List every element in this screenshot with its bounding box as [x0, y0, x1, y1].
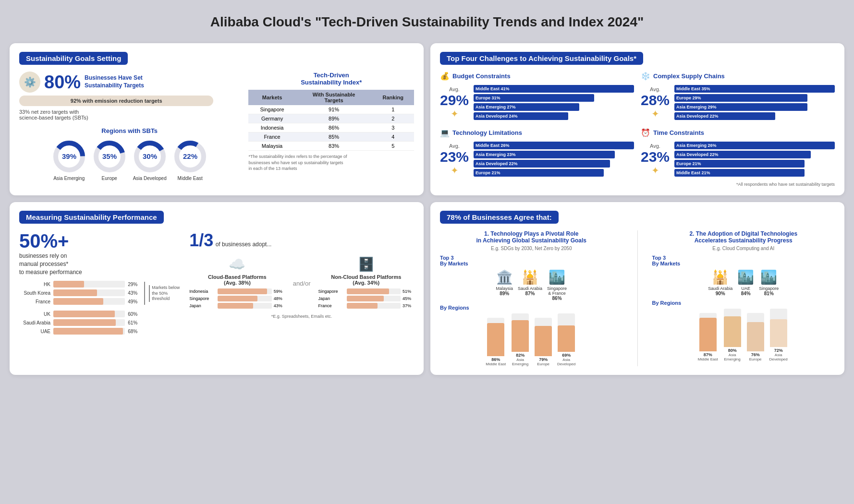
- mosque-icon: 🕌: [518, 269, 542, 285]
- big-label: Businesses Have SetSustainability Target…: [85, 74, 144, 89]
- region-asia-emerging2: 80% Asia Emerging: [722, 309, 743, 361]
- region-val: 76%: [751, 352, 760, 357]
- p-val: 43%: [274, 303, 285, 308]
- platform-bar-singapore: Singapore 48%: [189, 296, 285, 301]
- p-val: 48%: [274, 296, 285, 301]
- cbar-fill4: Asia Emerging 26%: [674, 142, 835, 149]
- challenge-tech-title: Technology Limitations: [452, 129, 522, 136]
- hbar-country: HK: [19, 282, 50, 287]
- col-markets: Markets: [248, 90, 295, 105]
- region-val: 82%: [516, 353, 525, 358]
- challenge-supply-body: Avg. 28% ✦ Middle East 35% Europe 29% As…: [641, 84, 835, 121]
- market-val: 90%: [708, 291, 732, 296]
- top3-label2: Top 3By Markets: [652, 255, 835, 266]
- server-icon: 🗄️: [318, 256, 414, 272]
- platform-bar-sg2: Singapore 51%: [318, 288, 414, 294]
- market-val: 87%: [518, 291, 542, 296]
- region-asia-developed: 69% Asia Developed: [556, 313, 577, 366]
- index-note: *The sustainability index refers to the …: [248, 154, 414, 172]
- p-val: 37%: [403, 303, 414, 308]
- hbar-uk: UK 60%: [19, 311, 142, 317]
- cbar-ad2: Asia Developed 22%: [674, 112, 835, 120]
- region-val: 80%: [728, 348, 737, 353]
- avg-label2: Avg.: [641, 86, 670, 92]
- region-europe2: 76% Europe: [747, 313, 764, 361]
- platform-note: *E.g. Spreadsheets, Emails etc.: [189, 314, 414, 319]
- challenge-supply-header: ❄️ Complex Supply Chains: [641, 72, 835, 81]
- challenge-time-bars: Asia Emerging 26% Asia Developed 22% Eur…: [674, 141, 835, 178]
- donut-row: 39% Asia Emerging 35% Europe: [19, 139, 240, 181]
- challenge-budget: 💰 Budget Constraints Avg. 29% ✦ Middle E…: [440, 72, 634, 121]
- regions-title: Regions with SBTs: [19, 127, 240, 134]
- hbar-section: HK 29% South Korea 43% France: [19, 281, 180, 336]
- cbar-eu2: Europe 29%: [674, 94, 835, 102]
- cloud-icon: ☁️: [189, 256, 285, 272]
- measure-body: 50%+ businesses rely onmanual processes*…: [19, 230, 414, 336]
- market-val: 89%: [496, 291, 513, 296]
- region-bars2: 87% Middle East 80% Asia Emerging: [652, 309, 835, 361]
- platform-noncloud-title: Non-Cloud Based Platforms(Avg. 34%): [318, 274, 414, 286]
- svg-text:22%: 22%: [183, 152, 197, 160]
- avg-block-supply: Avg. 28% ✦: [641, 86, 670, 120]
- agree-eg2: E.g. Cloud Computing and AI: [652, 246, 835, 251]
- mosque-icon2: 🕌: [708, 269, 732, 285]
- cbar-ad: Asia Developed 24%: [474, 112, 634, 120]
- card3-header: Measuring Sustainability Performance: [19, 211, 164, 224]
- cbar-me2: Middle East 35%: [674, 85, 835, 93]
- platform-noncloud: 🗄️ Non-Cloud Based Platforms(Avg. 34%) S…: [318, 256, 414, 310]
- card1-header: Sustainability Goals Setting: [19, 52, 128, 65]
- avg-pct-tech: 23%: [440, 149, 469, 165]
- region-name: Asia Developed: [768, 353, 789, 361]
- donut-label-me: Middle East: [178, 176, 203, 181]
- challenge-supply: ❄️ Complex Supply Chains Avg. 28% ✦ Midd…: [641, 72, 835, 121]
- market-saudi2: 🕌 Saudi Arabia 90%: [708, 269, 732, 296]
- challenge-budget-header: 💰 Budget Constraints: [440, 72, 634, 81]
- region-middle-east2: 87% Middle East: [698, 313, 718, 361]
- agree-col1: 1. Technology Plays a Pivotal Rolein Ach…: [440, 230, 623, 366]
- card-sustainability-goals: Sustainability Goals Setting ⚙️ 80% Busi…: [10, 43, 424, 195]
- p-country: Singapore: [189, 296, 216, 301]
- building-icon: 🏛️: [496, 269, 513, 285]
- challenge-time-header: ⏰ Time Constraints: [641, 128, 835, 137]
- cbar-fill2: Asia Emerging 29%: [674, 103, 807, 111]
- market-singapore2: 🏙️ Singapore 81%: [759, 269, 779, 296]
- hbar-sa: Saudi Arabia 61%: [19, 319, 142, 326]
- agree-body: 1. Technology Plays a Pivotal Rolein Ach…: [440, 230, 835, 366]
- clock-icon: ⏰: [641, 128, 650, 137]
- agree-col1-title: 1. Technology Plays a Pivotal Rolein Ach…: [440, 230, 623, 244]
- table-row: Malaysia83%5: [248, 142, 414, 151]
- hbar-country: UAE: [19, 329, 50, 334]
- agree-eg1: E.g. SDGs by 2030, Net Zero by 2050: [440, 246, 623, 251]
- cbar-ad3: Asia Developed 22%: [474, 160, 634, 168]
- cbar-fill2: Asia Developed 22%: [674, 112, 775, 120]
- city-icon: 🏙️: [547, 269, 567, 285]
- region-name: Asia Emerging: [722, 353, 743, 361]
- cbar-eu3: Europe 21%: [474, 169, 634, 177]
- card4-header: 78% of Businesses Agree that:: [440, 211, 559, 224]
- index-title: Tech-DrivenSustainability Index*: [248, 72, 414, 86]
- big-50-label: businesses rely onmanual processes*to me…: [19, 252, 180, 276]
- measure-left: 50%+ businesses rely onmanual processes*…: [19, 230, 180, 336]
- donut-asia-emerging: 39% Asia Emerging: [52, 139, 86, 181]
- region-asia-emerging: 82% Asia Emerging: [510, 313, 531, 366]
- donut-asia-developed: 30% Asia Developed: [133, 139, 167, 181]
- card2-header: Top Four Challenges to Achieving Sustain…: [440, 52, 643, 65]
- hbar-fr: France 49%: [19, 298, 142, 305]
- challenge-supply-bars: Middle East 35% Europe 29% Asia Emerging…: [674, 84, 835, 121]
- p-country: Japan: [318, 296, 345, 301]
- and-or-label: and/or: [293, 256, 311, 310]
- region-name: Middle East: [486, 362, 506, 366]
- hbar-val: 61%: [128, 320, 142, 325]
- market-saudi: 🕌 Saudi Arabia 87%: [518, 269, 542, 301]
- p-country: Indonesia: [189, 289, 216, 294]
- challenge-time-body: Avg. 23% ✦ Asia Emerging 26% Asia Develo…: [641, 141, 835, 178]
- challenge-supply-title: Complex Supply Chains: [653, 72, 725, 80]
- challenge-budget-body: Avg. 29% ✦ Middle East 41% Europe 31% As…: [440, 84, 634, 121]
- cbar-fill: Asia Developed 24%: [474, 112, 568, 120]
- region-bars1: 86% Middle East 82% Asia Emerging: [440, 313, 623, 366]
- cbar-ae3: Asia Emerging 23%: [474, 151, 634, 158]
- hbar-country: South Korea: [19, 290, 50, 296]
- cbar-fill2: Europe 29%: [674, 94, 807, 102]
- region-val: 86%: [491, 357, 500, 362]
- region-name: Europe: [749, 357, 762, 361]
